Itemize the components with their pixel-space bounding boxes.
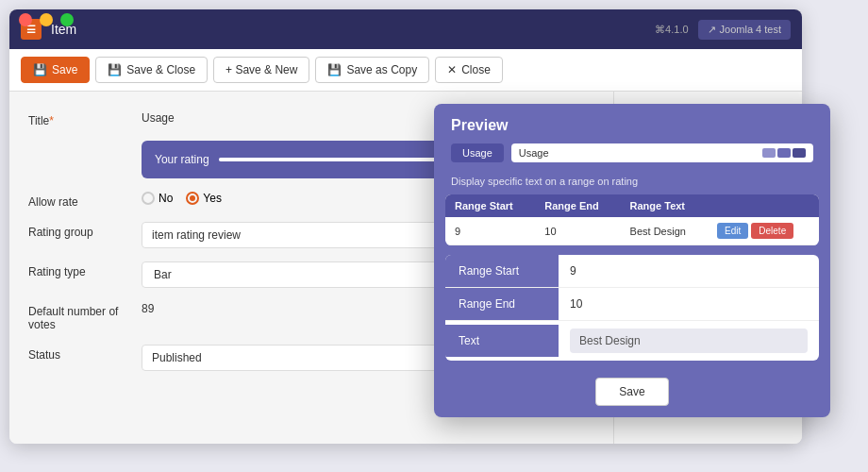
overlay-save-button[interactable]: Save [595, 378, 668, 406]
save-close-button[interactable]: 💾 Save & Close [95, 57, 208, 83]
radio-no-input[interactable] [142, 192, 155, 205]
overlay-cell-end: 10 [535, 217, 620, 245]
radio-no[interactable]: No [142, 192, 173, 205]
overlay-range-start-row: Range Start 9 [445, 255, 819, 288]
overlay-col-end: Range End [535, 194, 620, 217]
overlay-desc: Display specific text on a range on rati… [434, 176, 830, 194]
overlay-usage-label: Usage [519, 147, 757, 159]
save-close-icon: 💾 [108, 63, 122, 76]
title-label: Title* [28, 110, 142, 127]
close-button[interactable]: ✕ Close [435, 57, 503, 83]
traffic-lights [19, 13, 74, 26]
maximize-traffic-light[interactable] [60, 13, 74, 26]
version-label: ⌘4.1.0 [655, 24, 688, 36]
overlay-col-actions [708, 194, 819, 217]
radio-dot [190, 195, 195, 201]
rating-spacer [28, 141, 142, 144]
overlay-chev-2 [777, 148, 791, 158]
overlay-table: Range Start Range End Range Text 9 10 Be… [445, 194, 819, 245]
preview-overlay: Preview Usage Usage Display specific tex… [434, 104, 830, 417]
overlay-text-input[interactable]: Best Design [570, 329, 808, 353]
overlay-cell-text: Best Design [621, 217, 708, 245]
overlay-cell-actions: Edit Delete [708, 217, 819, 245]
overlay-header: Preview Usage Usage [434, 104, 830, 176]
default-votes-label: Default number of votes [28, 301, 142, 331]
overlay-form-section: Range Start 9 Range End 10 Text Best Des… [445, 255, 819, 361]
overlay-save-row: Save [434, 370, 830, 417]
overlay-cell-start: 9 [445, 217, 535, 245]
overlay-table-section: Range Start Range End Range Text 9 10 Be… [445, 194, 819, 245]
overlay-table-row: 9 10 Best Design Edit Delete [445, 217, 819, 245]
overlay-text-row: Text Best Design [445, 321, 819, 361]
overlay-title: Preview [451, 117, 813, 134]
overlay-usage-bar: Usage [511, 143, 813, 162]
save-new-button[interactable]: + Save & New [213, 57, 309, 83]
status-label: Status [28, 345, 142, 362]
overlay-range-start-value: 9 [559, 257, 819, 285]
overlay-range-end-value: 10 [559, 290, 819, 318]
toolbar: 💾 Save 💾 Save & Close + Save & New 💾 Sav… [9, 49, 802, 92]
allow-rate-label: Allow rate [28, 192, 142, 209]
close-traffic-light[interactable] [19, 13, 32, 26]
minimize-traffic-light[interactable] [40, 13, 53, 26]
window-title: Item [51, 22, 645, 37]
rating-type-label: Rating type [28, 261, 142, 278]
external-link-icon: ↗ [708, 24, 716, 36]
joomla-btn[interactable]: ↗ Joomla 4 test [698, 20, 791, 40]
radio-yes[interactable]: Yes [186, 192, 222, 205]
save-button[interactable]: 💾 Save [21, 57, 90, 83]
save-copy-icon: 💾 [327, 63, 342, 76]
overlay-delete-button[interactable]: Delete [751, 223, 793, 239]
overlay-text-label: Text [445, 325, 559, 357]
overlay-col-start: Range Start [445, 194, 535, 217]
overlay-usage-tab[interactable]: Usage [451, 143, 504, 162]
overlay-tab-row: Usage Usage [451, 143, 813, 162]
rating-label: Your rating [155, 153, 209, 166]
overlay-range-start-label: Range Start [445, 255, 559, 287]
title-bar: ☰ Item ⌘4.1.0 ↗ Joomla 4 test [9, 9, 802, 49]
save-icon: 💾 [33, 63, 47, 76]
default-votes-value: 89 [142, 302, 154, 315]
overlay-chev-1 [762, 148, 776, 158]
close-icon: ✕ [447, 63, 457, 76]
overlay-range-end-row: Range End 10 [445, 288, 819, 321]
rating-group-label: Rating group [28, 222, 142, 239]
radio-yes-input[interactable] [186, 192, 199, 205]
overlay-text-value[interactable]: Best Design [559, 321, 819, 361]
overlay-chev-3 [793, 148, 806, 158]
overlay-chevrons [762, 148, 806, 158]
overlay-edit-button[interactable]: Edit [717, 223, 748, 239]
overlay-range-end-label: Range End [445, 288, 559, 320]
save-copy-button[interactable]: 💾 Save as Copy [315, 57, 429, 83]
overlay-col-text: Range Text [621, 194, 708, 217]
